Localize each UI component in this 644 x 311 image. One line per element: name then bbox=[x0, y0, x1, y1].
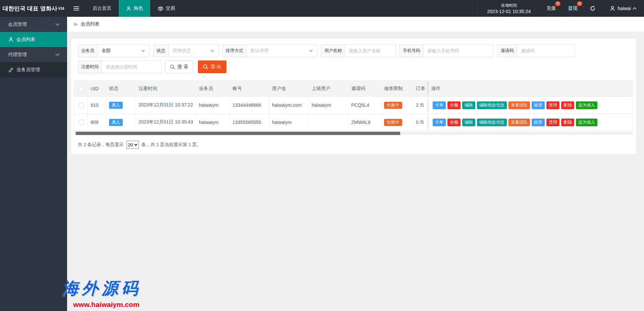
page-size-select[interactable]: 20 bbox=[126, 141, 139, 149]
select-all-checkbox[interactable] bbox=[78, 86, 84, 91]
nav-item-label: 交易 bbox=[166, 5, 175, 11]
link-icon bbox=[8, 68, 13, 73]
column-header-邀请码: 邀请码 bbox=[348, 80, 381, 97]
nav-item-角色[interactable]: 角色 bbox=[119, 0, 150, 17]
regtime-input[interactable] bbox=[102, 60, 161, 73]
recharge-badge: 0 bbox=[555, 1, 560, 6]
nav-item-交易[interactable]: 交易 bbox=[150, 0, 182, 17]
cell-salesman: haiwaiym bbox=[196, 114, 230, 131]
sidebar-item-会员列表[interactable]: 会员列表 bbox=[0, 32, 67, 47]
filter-username-label: 用户名称 bbox=[321, 44, 345, 57]
filter-username: 用户名称 bbox=[321, 44, 396, 57]
limit-badge: 生效中 bbox=[384, 102, 402, 109]
user-icon bbox=[610, 6, 615, 11]
nav-menu: 后台首页角色交易 bbox=[85, 0, 182, 17]
recharge-label: 充值 bbox=[546, 5, 556, 11]
sidebar-item-label: 会员列表 bbox=[16, 37, 35, 43]
local-time-label: 当地时间 bbox=[501, 3, 517, 8]
limit-badge: 生效中 bbox=[384, 119, 402, 126]
sidebar-item-业务员管理[interactable]: 业务员管理 bbox=[0, 62, 67, 78]
filter-salesman: 业务员 全部 bbox=[78, 44, 150, 57]
app-logo-text: 대한민국 대표 영화사 bbox=[3, 5, 57, 12]
table-row: 810真人2023年12月01日 10:37:22haiwaiym1334444… bbox=[74, 97, 633, 114]
action-button-删除[interactable]: 删除 bbox=[561, 119, 574, 126]
refresh-icon bbox=[590, 5, 596, 11]
nav-item-label: 后台首页 bbox=[93, 5, 111, 11]
column-header-用户名: 用户名 bbox=[269, 80, 309, 97]
action-button-禁用[interactable]: 禁用 bbox=[546, 119, 559, 126]
action-button-查看团队[interactable]: 查看团队 bbox=[508, 101, 530, 109]
chevron-up-icon bbox=[633, 7, 636, 11]
member-list-card: 业务员 全部 状态 所有状态 排序方式 默认排序 bbox=[71, 39, 636, 154]
status-badge: 真人 bbox=[109, 119, 123, 126]
action-button-查看团队[interactable]: 查看团队 bbox=[508, 119, 530, 126]
export-button-label: 导 出 bbox=[211, 64, 221, 70]
column-header-做单限制: 做单限制 bbox=[381, 80, 413, 97]
table-header-row: UID状态注册时间业务员账号用户名上级用户邀请码做单限制订单操作 bbox=[74, 80, 633, 97]
sidebar: 会员管理会员列表代理管理业务员管理 bbox=[0, 17, 67, 311]
sidebar-toggle-button[interactable] bbox=[67, 0, 85, 17]
action-button-删除[interactable]: 删除 bbox=[561, 101, 574, 109]
sidebar-item-会员管理[interactable]: 会员管理 bbox=[0, 17, 67, 32]
action-button-编辑[interactable]: 编辑 bbox=[462, 119, 475, 126]
column-header-账号: 账号 bbox=[230, 80, 269, 97]
filter-invite-label: 邀请码 bbox=[497, 44, 517, 57]
search-icon bbox=[170, 64, 175, 70]
export-button[interactable]: 导 出 bbox=[198, 60, 226, 73]
action-button-卡单[interactable]: 卡单 bbox=[433, 119, 446, 126]
withdraw-button[interactable]: 提现 0 bbox=[562, 0, 584, 17]
action-button-账变[interactable]: 账变 bbox=[532, 119, 545, 126]
invite-code-input[interactable] bbox=[517, 44, 575, 57]
action-button-余额[interactable]: 余额 bbox=[447, 119, 461, 126]
action-button-设为假人[interactable]: 设为假人 bbox=[576, 101, 597, 109]
action-button-余额[interactable]: 余额 bbox=[447, 101, 461, 109]
cell-username: haiwaiym bbox=[269, 114, 309, 131]
action-button-编辑[interactable]: 编辑 bbox=[462, 101, 475, 109]
action-button-账变[interactable]: 账变 bbox=[532, 101, 545, 109]
recharge-button[interactable]: 充值 0 bbox=[540, 0, 562, 17]
action-button-禁用[interactable]: 禁用 bbox=[546, 101, 559, 109]
navbar-right: 当地时间 2023-12-01 10:35:24 充值 0 提现 0 bbox=[477, 0, 644, 17]
filter-row-2: 注册时间 搜 索 导 出 bbox=[78, 60, 629, 73]
row-checkbox[interactable] bbox=[78, 103, 84, 108]
action-button-设为假人[interactable]: 设为假人 bbox=[576, 119, 597, 126]
pagination: 共 2 条记录，每页显示 20 条，共 1 页当前显示第 1 页。 bbox=[78, 141, 629, 149]
filter-phone: 手机号码 bbox=[399, 44, 494, 57]
sidebar-item-代理管理[interactable]: 代理管理 bbox=[0, 47, 67, 62]
main-content: ≫ 会员列表 业务员 全部 状态 所有状态 排序方式 bbox=[67, 17, 644, 311]
cell-invite_code: ZMWAL6 bbox=[348, 114, 381, 131]
filter-row-1: 业务员 全部 状态 所有状态 排序方式 默认排序 bbox=[78, 44, 629, 57]
username-input[interactable] bbox=[345, 44, 396, 57]
action-button-编辑收款信息[interactable]: 编辑收款信息 bbox=[477, 101, 507, 109]
cell-account: 13344446666 bbox=[230, 97, 269, 114]
withdraw-label: 提现 bbox=[568, 5, 578, 11]
nav-item-后台首页[interactable]: 后台首页 bbox=[85, 0, 119, 17]
cell-uid: 809 bbox=[88, 114, 106, 131]
scrollbar-thumb[interactable] bbox=[76, 132, 400, 135]
sort-select[interactable]: 默认排序 bbox=[246, 44, 317, 57]
column-header-上级用户: 上级用户 bbox=[309, 80, 348, 97]
app-logo: 대한민국 대표 영화사 V18 bbox=[0, 0, 67, 17]
status-select[interactable]: 所有状态 bbox=[168, 44, 219, 57]
refresh-button[interactable] bbox=[584, 0, 602, 17]
person-icon bbox=[8, 37, 13, 42]
sidebar-item-label: 会员管理 bbox=[8, 21, 27, 28]
filter-status-label: 状态 bbox=[153, 44, 168, 57]
breadcrumb-label: 会员列表 bbox=[81, 21, 100, 27]
search-button-label: 搜 索 bbox=[177, 64, 188, 70]
search-button[interactable]: 搜 索 bbox=[165, 60, 193, 73]
filter-regtime-label: 注册时间 bbox=[78, 60, 102, 73]
filter-phone-label: 手机号码 bbox=[399, 44, 423, 57]
status-badge: 真人 bbox=[109, 102, 123, 109]
salesman-select[interactable]: 全部 bbox=[97, 44, 150, 57]
row-checkbox[interactable] bbox=[78, 120, 84, 125]
scales-icon bbox=[158, 6, 163, 11]
horizontal-scrollbar[interactable] bbox=[74, 132, 633, 135]
action-button-卡单[interactable]: 卡单 bbox=[433, 101, 446, 109]
breadcrumb-marker-icon: ≫ bbox=[73, 21, 78, 27]
action-button-编辑收款信息[interactable]: 编辑收款信息 bbox=[477, 119, 507, 126]
phone-input[interactable] bbox=[423, 44, 494, 57]
nav-item-label: 角色 bbox=[133, 5, 143, 11]
user-menu[interactable]: haiwai bbox=[602, 0, 644, 17]
cell-status: 真人 bbox=[106, 114, 136, 131]
